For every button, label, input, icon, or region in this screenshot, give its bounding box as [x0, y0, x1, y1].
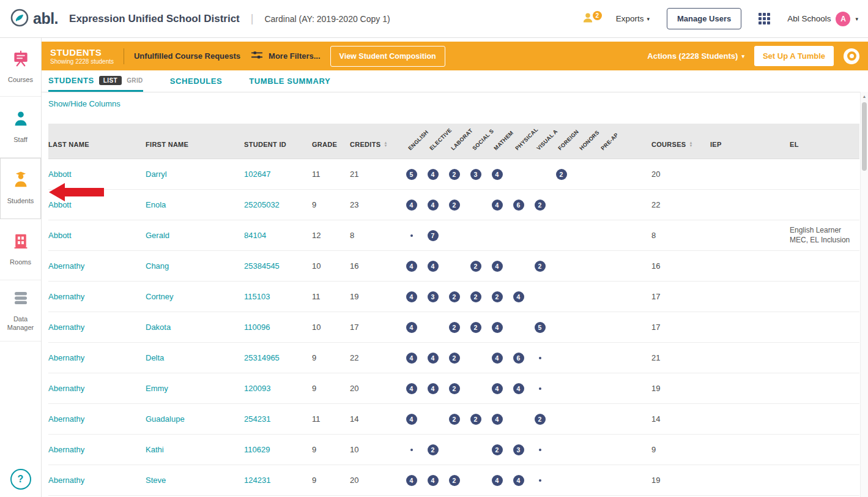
- scroll-up-icon[interactable]: ▲: [861, 92, 868, 99]
- first-name-link[interactable]: Enola: [146, 200, 166, 209]
- course-count-badge: 4: [406, 353, 417, 364]
- vertical-scrollbar[interactable]: ▲: [860, 92, 868, 497]
- scrollbar-thumb[interactable]: [862, 102, 867, 171]
- beacon-icon[interactable]: [844, 48, 859, 64]
- actions-dropdown[interactable]: Actions (2228 Students) ▾: [647, 51, 744, 61]
- student-id-link[interactable]: 120093: [244, 384, 270, 393]
- grid-view-toggle[interactable]: GRID: [127, 77, 143, 84]
- students-toolbar: STUDENTS Showing 2228 students Unfulfill…: [42, 42, 868, 70]
- last-name-link[interactable]: Abernathy: [48, 445, 84, 454]
- last-name-link[interactable]: Abbott: [48, 170, 72, 179]
- sidebar-item-students[interactable]: Students: [0, 158, 41, 219]
- column-header-last-name[interactable]: LAST NAME: [48, 141, 146, 159]
- filters-icon: [250, 48, 264, 64]
- column-header-laborat[interactable]: LABORAT: [443, 124, 465, 159]
- sort-icon[interactable]: ▲▼: [689, 141, 693, 148]
- set-up-tumble-button[interactable]: Set Up A Tumble: [754, 46, 834, 66]
- first-name-link[interactable]: Emmy: [146, 384, 168, 393]
- abl-logo[interactable]: abl.: [10, 8, 58, 30]
- sidebar-item-courses[interactable]: Courses: [0, 38, 41, 97]
- subject-english-cell: 5: [401, 169, 422, 180]
- sidebar-item-label: Data Manager: [0, 315, 41, 332]
- unfulfilled-course-requests-link[interactable]: Unfulfilled Course Requests: [134, 51, 240, 61]
- column-header-el[interactable]: EL: [786, 141, 859, 159]
- student-row: AbernathySteve1242319204424419: [48, 465, 859, 496]
- student-id-link[interactable]: 25205032: [244, 200, 280, 209]
- column-header-mathem[interactable]: MATHEM: [486, 124, 508, 159]
- first-name-link[interactable]: Delta: [146, 353, 164, 362]
- active-users-indicator[interactable]: 2: [582, 12, 594, 26]
- last-name-link-cell: Abernathy: [48, 445, 146, 454]
- last-name-link[interactable]: Abernathy: [48, 384, 84, 393]
- course-count-badge: 2: [449, 383, 460, 394]
- tab-tumble-summary[interactable]: TUMBLE SUMMARY: [249, 70, 330, 92]
- first-name-link[interactable]: Dakota: [146, 323, 171, 332]
- first-name-link[interactable]: Cortney: [146, 292, 174, 301]
- sidebar-item-data-manager[interactable]: Data Manager: [0, 280, 41, 342]
- last-name-link[interactable]: Abernathy: [48, 476, 84, 485]
- first-name-link[interactable]: Gerald: [146, 231, 169, 240]
- column-header-student-id[interactable]: STUDENT ID: [244, 141, 312, 159]
- column-header-foreign[interactable]: FOREIGN: [551, 124, 572, 159]
- column-header-grade[interactable]: GRADE: [312, 141, 350, 159]
- student-id-link[interactable]: 124231: [244, 476, 270, 485]
- sidebar-item-staff[interactable]: Staff: [0, 97, 41, 158]
- first-name-link[interactable]: Darryl: [146, 170, 167, 179]
- account-menu[interactable]: Abl Schools A ▾: [787, 12, 858, 26]
- last-name-link[interactable]: Abernathy: [48, 323, 84, 332]
- column-header-label: EL: [790, 141, 799, 148]
- first-name-link[interactable]: Steve: [146, 476, 166, 485]
- column-header-physical[interactable]: PHYSICAL: [508, 124, 529, 159]
- student-id-link[interactable]: 102647: [244, 170, 270, 179]
- last-name-link[interactable]: Abbott: [48, 200, 72, 209]
- sort-icon[interactable]: ▲▼: [384, 141, 387, 148]
- exports-dropdown[interactable]: Exports ▾: [616, 14, 650, 23]
- column-header-social-s[interactable]: SOCIAL S: [465, 124, 486, 159]
- more-filters-control[interactable]: More Filters...: [250, 48, 321, 64]
- subject-mathem-cell: 4: [486, 261, 508, 272]
- student-id-link[interactable]: 254231: [244, 414, 270, 424]
- apps-grid-icon[interactable]: [759, 13, 770, 24]
- active-users-count-badge: 2: [593, 11, 602, 20]
- first-name-link[interactable]: Chang: [146, 261, 169, 271]
- help-button[interactable]: ?: [10, 469, 31, 490]
- column-header-iep[interactable]: IEP: [707, 141, 786, 159]
- last-name-link[interactable]: Abernathy: [48, 292, 84, 301]
- subject-visual-a-cell: [529, 479, 551, 482]
- show-hide-columns-link[interactable]: Show/Hide Columns: [48, 99, 121, 108]
- course-count-badge: 2: [535, 414, 546, 425]
- list-view-toggle[interactable]: LIST: [99, 76, 122, 85]
- sidebar-item-rooms[interactable]: Rooms: [0, 219, 41, 280]
- single-course-dot: [539, 449, 541, 451]
- student-id-link[interactable]: 84104: [244, 231, 266, 240]
- student-id-link[interactable]: 25384545: [244, 261, 280, 271]
- last-name-link[interactable]: Abernathy: [48, 261, 84, 271]
- course-count-badge: 4: [492, 169, 503, 180]
- column-header-english[interactable]: ENGLISH: [401, 124, 422, 159]
- student-id-link[interactable]: 110629: [244, 445, 270, 454]
- student-id-link[interactable]: 110096: [244, 323, 270, 332]
- subject-elective-cell: 2: [422, 444, 443, 455]
- view-student-composition-button[interactable]: View Student Composition: [330, 46, 445, 67]
- grade-cell: 9: [312, 353, 350, 362]
- first-name-link[interactable]: Guadalupe: [146, 414, 185, 424]
- student-id-link[interactable]: 115103: [244, 292, 270, 301]
- column-header-label: LAST NAME: [48, 141, 89, 148]
- column-header-pre-ap[interactable]: PRE-AP: [593, 124, 615, 159]
- column-header-first-name[interactable]: FIRST NAME: [146, 141, 244, 159]
- column-header-credits[interactable]: CREDITS▲▼: [350, 141, 401, 159]
- last-name-link[interactable]: Abbott: [48, 231, 72, 240]
- column-header-elective[interactable]: ELECTIVE: [422, 124, 443, 159]
- column-header-honors[interactable]: HONORS: [572, 124, 593, 159]
- manage-users-button[interactable]: Manage Users: [667, 8, 741, 29]
- course-count-badge: 4: [492, 261, 503, 272]
- tab-schedules[interactable]: SCHEDULES: [170, 70, 223, 92]
- last-name-link[interactable]: Abernathy: [48, 414, 84, 424]
- tab-students[interactable]: STUDENTS LIST GRID: [48, 70, 143, 92]
- column-header-courses[interactable]: COURSES▲▼: [615, 141, 707, 159]
- student-id-link[interactable]: 25314965: [244, 353, 280, 362]
- first-name-link[interactable]: Kathi: [146, 445, 164, 454]
- last-name-link[interactable]: Abernathy: [48, 353, 84, 362]
- column-header-visual-a[interactable]: VISUAL A: [529, 124, 551, 159]
- subject-physical-cell: 4: [508, 291, 529, 302]
